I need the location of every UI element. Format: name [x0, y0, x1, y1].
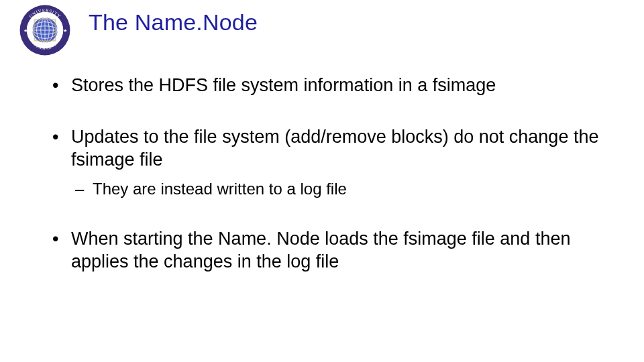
logo-svg: UNIVERSITY ISLAMABAD ★ ★	[19, 4, 71, 56]
bullet-text: Stores the HDFS file system information …	[71, 75, 496, 95]
bullet-text: Updates to the file system (add/remove b…	[71, 127, 598, 170]
bullet-text: When starting the Name. Node loads the f…	[71, 229, 570, 272]
bullet-item: Stores the HDFS file system information …	[47, 74, 617, 97]
svg-text:★: ★	[23, 28, 28, 33]
sub-bullet-list: They are instead written to a log file	[71, 178, 617, 199]
slide-title: The Name.Node	[89, 9, 258, 36]
slide: UNIVERSITY ISLAMABAD ★ ★ The Name.Node S…	[0, 0, 644, 362]
sub-bullet-item: They are instead written to a log file	[71, 178, 617, 199]
sub-bullet-text: They are instead written to a log file	[93, 180, 347, 198]
slide-content: Stores the HDFS file system information …	[47, 74, 617, 302]
bullet-list: Stores the HDFS file system information …	[47, 74, 617, 274]
svg-text:★: ★	[63, 28, 67, 33]
university-logo: UNIVERSITY ISLAMABAD ★ ★	[19, 4, 71, 56]
bullet-item: Updates to the file system (add/remove b…	[47, 125, 617, 199]
bullet-item: When starting the Name. Node loads the f…	[47, 227, 617, 274]
